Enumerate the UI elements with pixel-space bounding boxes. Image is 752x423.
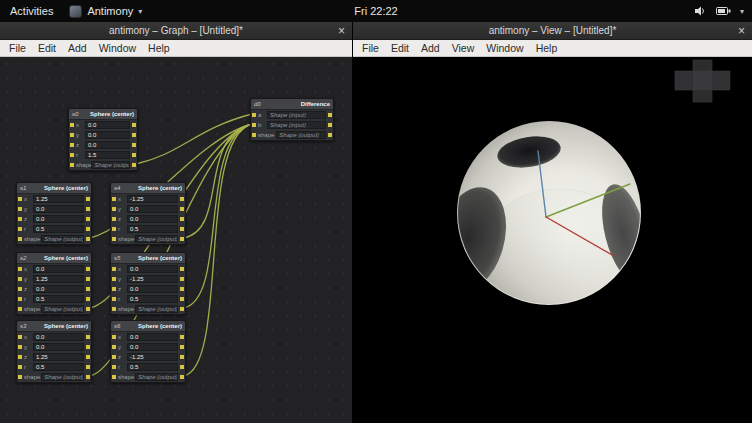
output-port[interactable] [328, 123, 332, 127]
node-header[interactable]: s4Sphere (center) [111, 183, 185, 194]
datum-value[interactable]: 0.0 [33, 205, 84, 213]
output-port[interactable] [180, 197, 184, 201]
output-port[interactable] [180, 277, 184, 281]
output-port[interactable] [86, 375, 90, 379]
output-port[interactable] [86, 355, 90, 359]
output-port[interactable] [132, 143, 136, 147]
menu-help[interactable]: Help [530, 42, 564, 54]
menu-help[interactable]: Help [142, 42, 176, 54]
datum-value[interactable]: 0.0 [33, 343, 84, 351]
output-port[interactable] [180, 227, 184, 231]
datum-value[interactable]: Shape (output) [276, 131, 326, 139]
menu-window[interactable]: Window [93, 42, 142, 54]
datum-value[interactable]: 1.25 [33, 353, 84, 361]
datum-value[interactable]: 0.0 [127, 333, 178, 341]
output-port[interactable] [86, 267, 90, 271]
input-port[interactable] [112, 355, 116, 359]
datum-value[interactable]: 1.25 [33, 195, 84, 203]
graph-node-s6[interactable]: s6Sphere (center)x0.0y0.0z-1.25r0.5shape… [110, 320, 186, 383]
output-port[interactable] [180, 375, 184, 379]
input-port[interactable] [112, 277, 116, 281]
output-port[interactable] [86, 227, 90, 231]
datum-value[interactable]: 0.0 [127, 285, 178, 293]
activities-button[interactable]: Activities [10, 5, 53, 17]
input-port[interactable] [18, 267, 22, 271]
input-port[interactable] [112, 217, 116, 221]
input-port[interactable] [112, 207, 116, 211]
menu-edit[interactable]: Edit [32, 42, 62, 54]
input-port[interactable] [112, 197, 116, 201]
output-port[interactable] [86, 365, 90, 369]
input-port[interactable] [252, 113, 256, 117]
menu-file[interactable]: File [3, 42, 32, 54]
datum-value[interactable]: 0.0 [127, 205, 178, 213]
node-header[interactable]: s5Sphere (center) [111, 253, 185, 264]
output-port[interactable] [180, 355, 184, 359]
graph-node-s4[interactable]: s4Sphere (center)x-1.25y0.0z0.0r0.5shape… [110, 182, 186, 245]
datum-value[interactable]: 0.0 [33, 215, 84, 223]
input-port[interactable] [18, 237, 22, 241]
datum-value[interactable]: 0.5 [127, 225, 178, 233]
node-header[interactable]: d0Difference [251, 99, 333, 110]
output-port[interactable] [180, 297, 184, 301]
input-port[interactable] [18, 375, 22, 379]
output-port[interactable] [180, 365, 184, 369]
output-port[interactable] [86, 237, 90, 241]
input-port[interactable] [70, 123, 74, 127]
graph-node-s2[interactable]: s2Sphere (center)x0.0y1.25z0.0r0.5shapeS… [16, 252, 92, 315]
datum-value[interactable]: Shape (output) [41, 373, 84, 381]
node-header[interactable]: s1Sphere (center) [17, 183, 91, 194]
view-navigation-cross[interactable] [675, 60, 730, 102]
input-port[interactable] [70, 133, 74, 137]
datum-value[interactable]: Shape (output) [41, 235, 84, 243]
datum-value[interactable]: Shape (input) [267, 121, 326, 129]
datum-value[interactable]: 1.25 [33, 275, 84, 283]
output-port[interactable] [180, 287, 184, 291]
datum-value[interactable]: 0.5 [33, 225, 84, 233]
output-port[interactable] [132, 153, 136, 157]
datum-value[interactable]: 1.5 [85, 151, 130, 159]
menu-view[interactable]: View [446, 42, 481, 54]
output-port[interactable] [86, 307, 90, 311]
output-port[interactable] [132, 163, 136, 167]
menu-file[interactable]: File [356, 42, 385, 54]
input-port[interactable] [70, 143, 74, 147]
output-port[interactable] [328, 113, 332, 117]
output-port[interactable] [86, 217, 90, 221]
output-port[interactable] [86, 345, 90, 349]
datum-value[interactable]: Shape (output) [91, 161, 130, 169]
output-port[interactable] [86, 287, 90, 291]
output-port[interactable] [180, 335, 184, 339]
datum-value[interactable]: -1.25 [127, 195, 178, 203]
input-port[interactable] [112, 297, 116, 301]
datum-value[interactable]: Shape (output) [135, 373, 178, 381]
input-port[interactable] [112, 237, 116, 241]
graph-node-d0[interactable]: d0DifferenceaShape (input)bShape (input)… [250, 98, 334, 141]
menu-add[interactable]: Add [415, 42, 446, 54]
view-titlebar[interactable]: antimony – View – [Untitled]* × [353, 22, 752, 40]
datum-value[interactable]: 0.5 [33, 295, 84, 303]
input-port[interactable] [18, 207, 22, 211]
input-port[interactable] [112, 365, 116, 369]
close-icon[interactable]: × [738, 22, 745, 40]
input-port[interactable] [70, 163, 74, 167]
input-port[interactable] [112, 375, 116, 379]
output-port[interactable] [180, 237, 184, 241]
datum-value[interactable]: 0.5 [33, 363, 84, 371]
output-port[interactable] [180, 207, 184, 211]
input-port[interactable] [112, 307, 116, 311]
datum-value[interactable]: 0.0 [127, 343, 178, 351]
output-port[interactable] [86, 197, 90, 201]
input-port[interactable] [18, 335, 22, 339]
close-icon[interactable]: × [338, 22, 345, 40]
output-port[interactable] [180, 267, 184, 271]
graph-node-s3[interactable]: s3Sphere (center)x0.0y0.0z1.25r0.5shapeS… [16, 320, 92, 383]
output-port[interactable] [86, 277, 90, 281]
menu-edit[interactable]: Edit [385, 42, 415, 54]
graph-titlebar[interactable]: antimony – Graph – [Untitled]* × [0, 22, 352, 40]
input-port[interactable] [18, 277, 22, 281]
menu-add[interactable]: Add [62, 42, 93, 54]
datum-value[interactable]: 0.5 [127, 295, 178, 303]
input-port[interactable] [18, 197, 22, 201]
input-port[interactable] [252, 133, 256, 137]
